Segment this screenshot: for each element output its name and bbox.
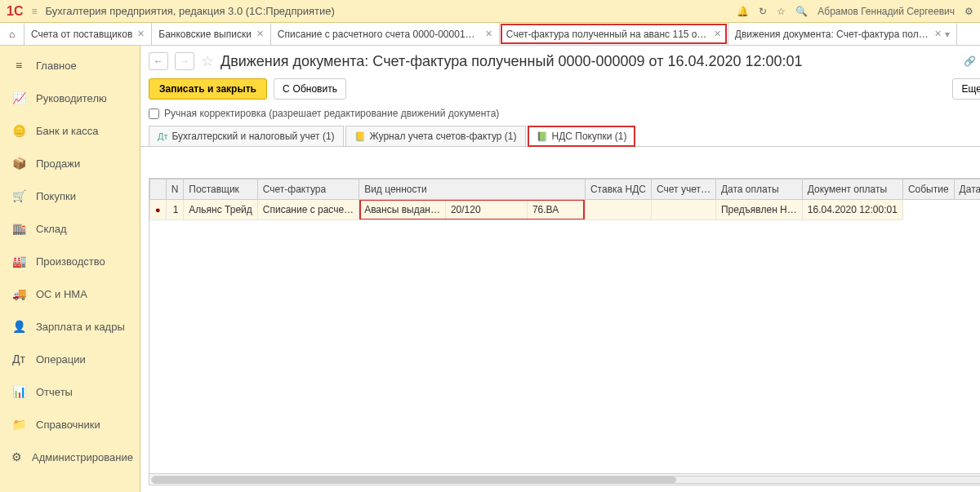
col-pay-date[interactable]: Дата оплаты — [715, 180, 802, 200]
more-button[interactable]: Еще ▾ — [952, 78, 980, 100]
tab-2[interactable]: Списание с расчетного счета 0000-000014 … — [271, 23, 500, 45]
col-invoice[interactable]: Счет-фактура — [257, 180, 359, 200]
journal-icon: 📒 — [354, 131, 366, 142]
sidebar-item-references[interactable]: 📁Справочники — [0, 408, 140, 441]
app-logo: 1С — [7, 4, 23, 19]
sidebar-item-label: Банк и касса — [36, 125, 99, 137]
cell-n: 1 — [166, 200, 184, 220]
menu-icon[interactable]: ≡ — [31, 6, 37, 17]
bars-icon: 📊 — [11, 385, 26, 398]
col-value-type[interactable]: Вид ценности — [359, 180, 586, 200]
box-icon: 📦 — [11, 157, 26, 170]
tab-3[interactable]: Счет-фактура полученный на аванс 115 от … — [500, 23, 728, 45]
sidebar-item-label: Склад — [36, 223, 67, 235]
sidebar-item-operations[interactable]: ДтОперации — [0, 343, 140, 375]
col-account[interactable]: Счет учет… — [652, 180, 716, 200]
row-marker: ● — [150, 200, 167, 220]
sidebar-item-warehouse[interactable]: 🏬Склад — [0, 212, 140, 245]
sidebar-item-label: Производство — [36, 255, 105, 268]
sidebar-item-sales[interactable]: 📦Продажи — [0, 147, 140, 180]
tab-0[interactable]: Счета от поставщиков✕ — [24, 23, 152, 45]
factory-icon: 🏭 — [11, 255, 26, 268]
close-icon[interactable]: ✕ — [256, 29, 264, 39]
sidebar-item-label: Справочники — [36, 419, 100, 431]
close-icon[interactable]: ✕ — [714, 29, 721, 39]
tab-label: Счета от поставщиков — [31, 29, 132, 40]
col-n[interactable]: N — [166, 180, 184, 200]
sidebar-item-reports[interactable]: 📊Отчеты — [0, 375, 140, 408]
sidebar-item-label: Зарплата и кадры — [36, 321, 125, 333]
col-supplier[interactable]: Поставщик — [184, 180, 257, 200]
star-icon[interactable]: ☆ — [777, 6, 786, 17]
settings-icon[interactable]: ⚙ — [964, 6, 973, 17]
dot-icon: ● — [155, 205, 161, 215]
inner-tab-label: Журнал учета счетов-фактур (1) — [370, 131, 517, 142]
cell-event: Предъявлен Н… — [715, 200, 802, 220]
history-icon[interactable]: ↻ — [759, 6, 767, 17]
tab-label: Движения документа: Счет-фактура получен… — [735, 29, 929, 40]
sidebar-item-production[interactable]: 🏭Производство — [0, 245, 140, 277]
col-marker[interactable] — [150, 180, 167, 200]
person-icon: 👤 — [11, 320, 26, 333]
table-row[interactable]: ● 1 Альянс Трейд Списание с расче… Аванс… — [150, 200, 981, 220]
cell-value-type: Авансы выдан…20/12076.ВА — [359, 200, 586, 220]
app-title: Бухгалтерия предприятия, редакция 3.0 (1… — [45, 5, 737, 17]
close-icon[interactable]: ✕ — [934, 29, 942, 39]
user-name[interactable]: Абрамов Геннадий Сергеевич — [817, 6, 955, 17]
forward-button[interactable]: → — [175, 52, 194, 70]
col-vat-rate[interactable]: Ставка НДС — [585, 180, 651, 200]
tab-label: Счет-фактура полученный на аванс 115 от … — [506, 29, 709, 40]
manual-correction-checkbox[interactable] — [149, 109, 159, 119]
sidebar-item-main[interactable]: ≡Главное — [0, 49, 140, 82]
gear-icon: ⚙ — [11, 450, 22, 463]
sidebar-item-hr[interactable]: 👤Зарплата и кадры — [0, 310, 140, 343]
close-icon[interactable]: ✕ — [485, 29, 492, 39]
home-tab[interactable]: ⌂ — [0, 23, 24, 45]
col-event-date[interactable]: Дата события — [954, 180, 980, 200]
coin-icon: 🪙 — [11, 124, 26, 137]
sidebar-item-bank[interactable]: 🪙Банк и касса — [0, 114, 140, 147]
inner-tab-journal[interactable]: 📒Журнал учета счетов-фактур (1) — [345, 126, 526, 146]
sidebar-item-label: Руководителю — [36, 92, 107, 104]
sidebar-item-purchases[interactable]: 🛒Покупки — [0, 180, 140, 212]
close-icon[interactable]: ✕ — [137, 29, 145, 39]
sidebar-item-label: Операции — [36, 353, 86, 366]
col-event[interactable]: Событие — [902, 180, 954, 200]
warehouse-icon: 🏬 — [11, 222, 26, 235]
cell-invoice: Списание с расче… — [257, 200, 359, 220]
dt-icon: Дт — [158, 131, 168, 141]
page-title: Движения документа: Счет-фактура получен… — [220, 53, 954, 70]
inner-tab-label: Бухгалтерский и налоговый учет (1) — [172, 131, 335, 142]
tab-label: Списание с расчетного счета 0000-000014 … — [278, 29, 480, 40]
back-button[interactable]: ← — [149, 52, 168, 70]
sidebar-item-label: Главное — [36, 60, 77, 72]
cell-pay-doc — [652, 200, 716, 220]
cell-event-date: 16.04.2020 12:00:01 — [802, 200, 902, 220]
bell-icon[interactable]: 🔔 — [737, 6, 749, 17]
sidebar-item-label: Покупки — [36, 190, 76, 202]
col-pay-doc[interactable]: Документ оплаты — [802, 180, 902, 200]
cell-pay-date — [585, 200, 651, 220]
star-icon[interactable]: ☆ — [201, 52, 214, 70]
horizontal-scrollbar[interactable] — [149, 473, 980, 485]
book-icon: 📗 — [537, 131, 548, 142]
tab-more-icon[interactable]: ▾ — [945, 29, 950, 40]
chart-icon: 📈 — [11, 91, 26, 104]
inner-tab-label: НДС Покупки (1) — [552, 131, 627, 142]
save-close-button[interactable]: Записать и закрыть — [149, 78, 267, 100]
cart-icon: 🛒 — [11, 189, 26, 202]
inner-tab-vat-purchases[interactable]: 📗НДС Покупки (1) — [528, 126, 636, 147]
sidebar-item-manager[interactable]: 📈Руководителю — [0, 82, 140, 114]
tab-4[interactable]: Движения документа: Счет-фактура получен… — [728, 23, 957, 45]
sidebar: ≡Главное 📈Руководителю 🪙Банк и касса 📦Пр… — [0, 46, 140, 492]
refresh-button[interactable]: СОбновить — [274, 78, 346, 100]
search-icon[interactable]: 🔍 — [795, 6, 808, 17]
sidebar-item-label: ОС и НМА — [36, 288, 87, 300]
more-label: Еще — [961, 83, 980, 95]
link-icon[interactable]: 🔗 — [960, 52, 980, 70]
sidebar-item-assets[interactable]: 🚚ОС и НМА — [0, 277, 140, 310]
sidebar-item-admin[interactable]: ⚙Администрирование — [0, 441, 140, 473]
tab-1[interactable]: Банковские выписки✕ — [152, 23, 271, 45]
inner-tab-accounting[interactable]: ДтБухгалтерский и налоговый учет (1) — [149, 126, 344, 146]
refresh-label: Обновить — [293, 83, 337, 95]
